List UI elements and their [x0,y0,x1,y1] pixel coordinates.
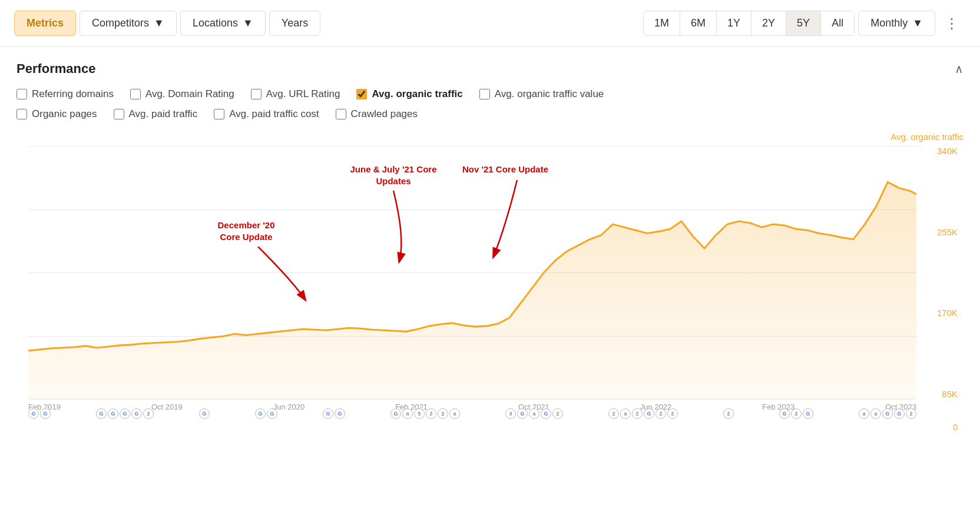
y-label-85k: 85K [937,389,958,399]
checkbox-avg-domain-rating-label: Avg. Domain Rating [145,88,234,100]
checkbox-avg-paid-cost[interactable]: Avg. paid traffic cost [214,108,319,120]
monthly-button[interactable]: Monthly ▼ [858,11,935,36]
y-label-255k: 255K [937,227,958,237]
marker-g2: G [40,408,51,419]
marker-a5: a [870,408,881,419]
checkbox-avg-url-rating[interactable]: Avg. URL Rating [251,88,340,100]
marker-g14: G [541,408,551,419]
checkbox-avg-organic-traffic[interactable]: Avg. organic traffic [356,88,462,100]
checkbox-referring-domains[interactable]: Referring domains [16,88,114,100]
marker-g16: G [779,408,790,419]
time-all[interactable]: All [821,11,854,35]
more-options-button[interactable]: ⋮ [939,13,966,34]
marker-g13: G [517,408,528,419]
marker-ac: a [449,408,460,419]
checkbox-organic-pages-input[interactable] [16,109,27,119]
locations-button[interactable]: Locations ▼ [180,11,266,36]
marker-group-4: G G [255,408,277,419]
marker-5: 5 [414,408,425,419]
marker-group-2: G G G G 2 [96,408,154,419]
section-title: Performance [16,61,96,76]
metrics-button[interactable]: Metrics [14,11,76,36]
section-header: Performance ∧ [16,61,964,76]
chart-area [28,182,916,399]
y-label-340k: 340K [937,146,958,156]
checkbox-avg-organic-value[interactable]: Avg. organic traffic value [479,88,604,100]
locations-arrow-icon: ▼ [243,17,253,29]
marker-2b: 2 [438,408,448,419]
marker-2i: 2 [906,408,916,419]
checkbox-referring-domains-input[interactable] [16,89,27,99]
marker-group-9: 2 [723,408,734,419]
monthly-arrow-icon: ▼ [912,17,923,29]
time-6m[interactable]: 6M [680,11,717,35]
checkbox-row-1: Referring domains Avg. Domain Rating Avg… [16,88,964,100]
marker-group-6: G a 5 2 2 a [390,408,460,419]
marker-g8: G [255,408,266,419]
checkbox-avg-domain-rating[interactable]: Avg. Domain Rating [130,88,234,100]
time-2y[interactable]: 2Y [751,11,786,35]
marker-a1: a [402,408,413,419]
checkbox-avg-organic-traffic-input[interactable] [356,89,367,99]
marker-group-7: 3 G a G 2 [505,408,563,419]
marker-group-10: G 2 G [779,408,813,419]
marker-group-3: G [199,408,210,419]
marker-g6: G [131,408,142,419]
checkbox-avg-paid-cost-label: Avg. paid traffic cost [229,108,319,120]
chart-svg [28,146,916,399]
marker-group-1: G G [28,408,51,419]
checkbox-avg-organic-traffic-label: Avg. organic traffic [372,88,462,100]
marker-g1: G [28,408,39,419]
checkbox-avg-domain-rating-input[interactable] [130,89,141,99]
marker-2c: 2 [552,408,563,419]
checkbox-avg-organic-value-label: Avg. organic traffic value [495,88,604,100]
competitors-arrow-icon: ▼ [154,17,164,29]
marker-g5: G [120,408,130,419]
marker-group-11: a a G G 2 [859,408,916,419]
marker-22: 2 [426,408,436,419]
checkbox-crawled-pages[interactable]: Crawled pages [336,108,418,120]
checkbox-organic-pages-label: Organic pages [32,108,97,120]
marker-group-8: 2 a 2 G 2 2 [608,408,678,419]
time-1y[interactable]: 1Y [717,11,751,35]
checkbox-row-2: Organic pages Avg. paid traffic Avg. pai… [16,108,964,120]
checkbox-avg-paid-traffic-input[interactable] [114,109,124,119]
years-button[interactable]: Years [269,11,320,36]
time-1m[interactable]: 1M [644,11,680,35]
zero-label: 0 [953,422,958,432]
competitors-button[interactable]: Competitors ▼ [80,11,177,36]
performance-section: Performance ∧ Referring domains Avg. Dom… [0,47,980,448]
marker-g11: G [335,408,345,419]
toolbar: Metrics Competitors ▼ Locations ▼ Years … [0,0,980,47]
marker-2e: 2 [632,408,643,419]
time-range-group: 1M 6M 1Y 2Y 5Y All [643,11,855,36]
checkbox-crawled-pages-input[interactable] [336,109,346,119]
marker-3: 3 [505,408,516,419]
toolbar-left: Metrics Competitors ▼ Locations ▼ Years [14,11,638,36]
collapse-button[interactable]: ∧ [955,62,964,76]
checkbox-avg-paid-cost-input[interactable] [214,109,224,119]
marker-g18: G [882,408,893,419]
markers-row: G G G G G G 2 G G G G G [28,408,916,419]
marker-g3: G [96,408,107,419]
monthly-label: Monthly [870,17,908,29]
checkbox-avg-organic-value-input[interactable] [479,89,490,99]
marker-2g: 2 [667,408,678,419]
time-5y[interactable]: 5Y [786,11,821,35]
y-axis: 340K 255K 170K 85K [937,128,958,434]
y-label-170k: 170K [937,308,958,318]
marker-a3: a [620,408,631,419]
marker-2f: 2 [655,408,666,419]
marker-g9: G [267,408,277,419]
checkbox-organic-pages[interactable]: Organic pages [16,108,97,120]
marker-g4: G [108,408,118,419]
competitors-label: Competitors [92,17,149,29]
checkbox-avg-url-rating-input[interactable] [251,89,261,99]
checkbox-avg-url-rating-label: Avg. URL Rating [266,88,340,100]
chart-svg-wrapper [28,146,916,399]
checkbox-avg-paid-traffic-label: Avg. paid traffic [129,108,198,120]
marker-g15: G [644,408,654,419]
marker-g17: G [803,408,813,419]
marker-2d: 2 [608,408,619,419]
checkbox-avg-paid-traffic[interactable]: Avg. paid traffic [114,108,198,120]
